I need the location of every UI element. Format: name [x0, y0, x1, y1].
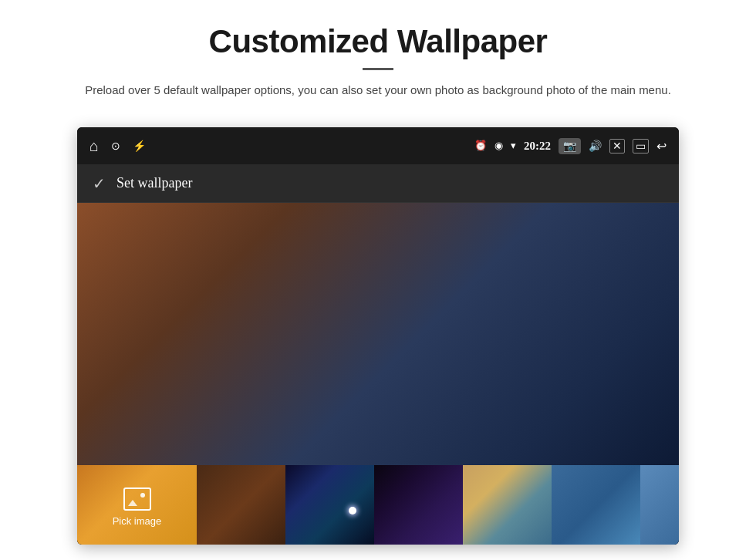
title-section: Customized Wallpaper Preload over 5 defa… [85, 23, 671, 115]
status-bar-right: ⏰ ◉ ▾ 20:22 📷 🔊 ✕ ▭ ↩ [474, 138, 667, 154]
device-frame: ⌂ ⊙ ⚡ ⏰ ◉ ▾ 20:22 📷 🔊 ✕ ▭ ↩ ✓ Set wallpa… [77, 127, 679, 545]
status-bar: ⌂ ⊙ ⚡ ⏰ ◉ ▾ 20:22 📷 🔊 ✕ ▭ ↩ [77, 127, 679, 164]
pick-image-thumb[interactable]: Pick image [77, 465, 197, 545]
set-wallpaper-label: Set wallpaper [116, 175, 192, 191]
back-icon[interactable]: ↩ [656, 139, 667, 153]
wallpaper-thumb-6[interactable] [552, 465, 640, 545]
page-title: Customized Wallpaper [85, 23, 671, 60]
location-icon: ◉ [494, 140, 503, 152]
window-icon[interactable]: ▭ [633, 139, 649, 153]
confirm-check-icon[interactable]: ✓ [93, 174, 106, 193]
page-wrapper: Customized Wallpaper Preload over 5 defa… [0, 0, 756, 560]
pick-image-label: Pick image [113, 515, 162, 527]
time-display: 20:22 [524, 140, 551, 153]
wallpaper-thumb-4[interactable] [374, 465, 463, 545]
page-subtitle: Preload over 5 default wallpaper options… [85, 81, 671, 100]
title-divider [363, 68, 393, 70]
wallpaper-preview [77, 203, 679, 465]
wallpaper-thumb-7[interactable] [640, 465, 679, 545]
usb-icon: ⚡ [133, 140, 146, 153]
wallpaper-thumb-5[interactable] [463, 465, 552, 545]
pick-image-icon [123, 487, 151, 511]
close-icon[interactable]: ✕ [609, 139, 625, 153]
status-bar-left: ⌂ ⊙ ⚡ [89, 137, 146, 155]
clock-icon: ⊙ [111, 140, 120, 153]
wallpaper-thumb-3[interactable] [285, 465, 374, 545]
action-bar: ✓ Set wallpaper [77, 164, 679, 203]
camera-icon[interactable]: 📷 [559, 138, 581, 154]
volume-icon[interactable]: 🔊 [589, 140, 602, 153]
home-icon[interactable]: ⌂ [89, 137, 99, 155]
thumbnail-strip: Pick image [77, 465, 679, 545]
wallpaper-thumb-2[interactable] [197, 465, 285, 545]
wifi-icon: ▾ [511, 140, 516, 152]
alarm-icon: ⏰ [474, 140, 487, 152]
